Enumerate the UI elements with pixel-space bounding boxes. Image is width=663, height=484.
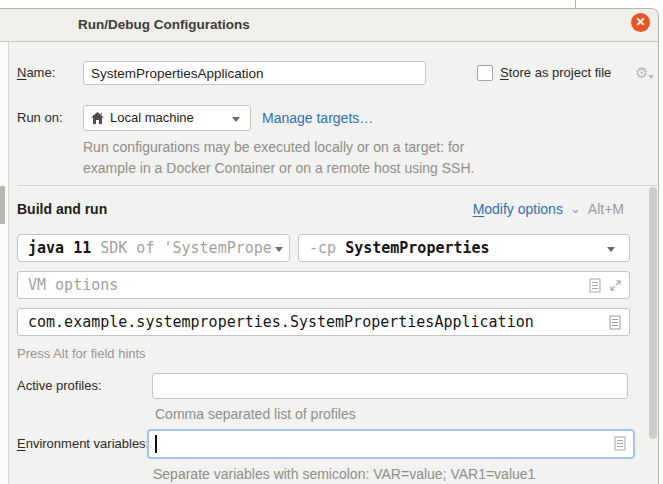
run-debug-configurations-dialog: Run/Debug Configurations ✕ Name: Store a… [0,8,659,484]
main-class-field[interactable]: com.example.systemproperties.SystemPrope… [17,308,630,336]
environment-variables-label: Environment variables: [17,429,149,459]
text-cursor [155,435,157,453]
environment-variables-helper: Separate variables with semicolon: VAR=v… [153,466,535,482]
name-label: Name: [17,61,55,85]
active-profiles-input[interactable] [152,373,628,399]
vm-options-placeholder: VM options [28,276,118,294]
gear-icon[interactable]: ⚙ [635,63,648,83]
chevron-down-icon [275,247,283,252]
classpath-flag-text: -cp [309,239,345,257]
run-on-combobox[interactable]: Local machine [83,105,251,131]
build-and-run-section-title: Build and run [17,201,107,217]
expand-field-icon[interactable] [610,280,621,291]
class-browse-icon[interactable] [609,315,621,330]
chevron-down-icon: ⌄ [570,204,581,214]
manage-targets-link[interactable]: Manage targets… [262,105,373,131]
env-browse-icon[interactable] [614,436,626,451]
dialog-title: Run/Debug Configurations [78,9,250,41]
environment-variables-input[interactable] [147,429,635,459]
gear-dropdown-caret-icon [648,75,654,79]
vertical-scrollbar[interactable] [649,187,657,439]
run-on-selected-value: Local machine [110,106,194,130]
home-icon [91,112,104,124]
jdk-combobox[interactable]: java 11 SDK of 'SystemPrope [17,234,290,262]
run-on-description-line1: Run configurations may be executed local… [83,139,464,155]
macros-list-icon[interactable] [589,278,601,293]
classpath-module-text: SystemProperties [345,239,490,257]
run-on-label: Run on: [17,105,63,131]
name-input[interactable] [83,61,426,85]
chevron-down-icon [232,117,240,122]
close-icon: ✕ [635,15,645,29]
main-class-value: com.example.systemproperties.SystemPrope… [28,313,534,331]
modify-options-row: Modify options ⌄ Alt+M [473,199,624,219]
field-hints-text: Press Alt for field hints [17,346,146,361]
active-profiles-helper: Comma separated list of profiles [155,406,356,422]
classpath-combobox[interactable]: -cp SystemProperties [298,234,630,262]
close-button[interactable]: ✕ [631,13,650,32]
configurations-tree-panel-edge [0,42,9,484]
jdk-version-text: java 11 [28,239,91,257]
store-as-project-file-label[interactable]: Store as project file [500,61,611,85]
store-as-project-file-checkbox[interactable] [477,65,493,81]
modify-options-link[interactable]: Modify options [473,201,563,217]
dialog-titlebar[interactable]: Run/Debug Configurations ✕ [0,9,658,42]
chevron-down-icon [607,247,615,252]
jdk-detail-text: SDK of 'SystemPrope [91,239,272,257]
active-profiles-label: Active profiles: [17,373,102,399]
vm-options-field[interactable]: VM options [17,271,630,299]
modify-options-shortcut: Alt+M [588,201,624,217]
run-on-description-line2: example in a Docker Container or on a re… [83,160,474,176]
section-separator [17,185,657,186]
left-scrollbar-thumb[interactable] [0,186,5,224]
